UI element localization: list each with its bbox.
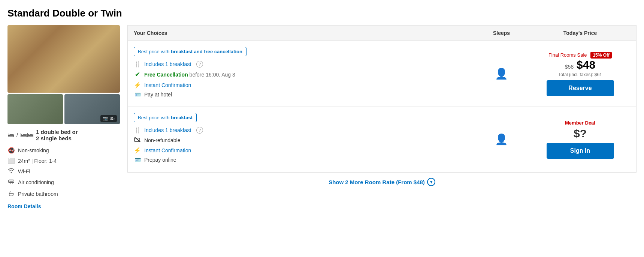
feature-wifi: Wi-Fi	[7, 166, 120, 176]
option-1-choices-cell: Best price with breakfast and free cance…	[128, 41, 479, 107]
card-icon-1: 🪪	[134, 92, 141, 98]
photo-count: 35	[110, 116, 115, 121]
show-more-row: Show 2 More Room Rate (From $48) ▾	[127, 172, 637, 191]
bed-description: 1 double bed or 2 single beds	[36, 129, 78, 141]
page-container: Standard Double or Twin 📷 35	[0, 0, 644, 217]
option-2-feature-prepay: 🪪 Prepay online	[134, 157, 473, 163]
slash-separator: /	[16, 132, 18, 138]
feature-non-smoking: 🚭 Non-smoking	[7, 145, 120, 156]
show-more-button[interactable]: Show 2 More Room Rate (From $48) ▾	[329, 178, 435, 186]
fork-icon-2: 🍴	[134, 127, 141, 134]
question-icon-2[interactable]: ?	[196, 127, 203, 134]
nonrefund-icon	[134, 137, 141, 144]
col-choices: Your Choices	[128, 26, 479, 41]
bathroom-icon	[7, 190, 15, 198]
feature-ac: Air conditioning	[7, 176, 120, 188]
lightning-icon-2: ⚡	[134, 147, 141, 154]
option-1-feature-confirm: ⚡ Instant Confirmation	[134, 81, 473, 89]
single-bed-icon: 🛏	[7, 131, 14, 139]
feature-bathroom: Private bathroom	[7, 188, 120, 200]
option-1-feature-cancel: ✔ Free Cancellation before 16:00, Aug 3	[134, 71, 473, 78]
mystery-price: $?	[530, 127, 630, 140]
bed-info: 🛏 / 🛏🛏 1 double bed or 2 single beds	[7, 129, 120, 141]
feature-size: ⬜ 24m² | Floor: 1-4	[7, 156, 120, 166]
table-row-option-1: Best price with breakfast and free cance…	[128, 41, 637, 107]
option-2-price-cell: Member Deal $? Sign In	[524, 107, 637, 172]
main-photo[interactable]	[7, 25, 120, 93]
photo-small-1[interactable]	[7, 94, 63, 124]
option-1-price-cell: Final Rooms Sale 15% Off $58 $48 Total (…	[524, 41, 637, 107]
wifi-icon	[7, 168, 15, 174]
option-2-feature-confirm: ⚡ Instant Confirmation	[134, 147, 473, 154]
right-panel: Your Choices Sleeps Today's Price Best p…	[127, 25, 637, 209]
lightning-icon-1: ⚡	[134, 81, 141, 89]
chevron-down-icon: ▾	[427, 178, 435, 186]
option-1-sleeps-cell: 👤	[479, 41, 524, 107]
photo-grid: 📷 35	[7, 25, 120, 124]
new-price-1: $48	[577, 59, 595, 71]
camera-icon: 📷	[103, 116, 108, 121]
option-1-price-row: $58 $48	[530, 59, 630, 71]
person-icon-1: 👤	[495, 68, 508, 80]
size-icon: ⬜	[7, 158, 15, 164]
option-1-feature-pay: 🪪 Pay at hotel	[134, 92, 473, 98]
member-deal-label: Member Deal	[530, 120, 630, 126]
option-2-badge: Best price with breakfast	[134, 113, 197, 122]
old-price-1: $58	[565, 64, 574, 70]
room-features-list: 🚭 Non-smoking ⬜ 24m² | Floor: 1-4	[7, 145, 120, 200]
show-more-label: Show 2 More Room Rate (From $48)	[329, 179, 425, 185]
ac-icon	[7, 178, 15, 186]
person-icon-2: 👤	[495, 134, 508, 145]
col-sleeps: Sleeps	[479, 26, 524, 41]
table-row-option-2: Best price with breakfast 🍴 Includes 1 b…	[128, 107, 637, 172]
room-layout: 📷 35 🛏 / 🛏🛏 1 double bed or 2 single bed…	[7, 25, 637, 209]
table-header-row: Your Choices Sleeps Today's Price	[128, 26, 637, 41]
col-price: Today's Price	[524, 26, 637, 41]
option-2-feature-breakfast: 🍴 Includes 1 breakfast ?	[134, 127, 473, 134]
option-1-badge: Best price with breakfast and free cance…	[134, 47, 247, 56]
fork-icon-1: 🍴	[134, 61, 141, 68]
off-badge-1: 15% Off	[590, 52, 612, 59]
check-circle-icon: ✔	[134, 71, 141, 78]
no-smoking-icon: 🚭	[7, 147, 15, 154]
option-1-feature-breakfast: 🍴 Includes 1 breakfast ?	[134, 61, 473, 68]
photo-small-2[interactable]: 📷 35	[64, 94, 120, 124]
option-2-feature-nonrefund: Non-refundable	[134, 137, 473, 144]
option-2-sleeps-cell: 👤	[479, 107, 524, 172]
option-1-sale-row: Final Rooms Sale 15% Off	[530, 52, 630, 59]
reserve-button-1[interactable]: Reserve	[547, 80, 614, 96]
double-bed-icon: 🛏🛏	[20, 131, 34, 139]
card-icon-2: 🪪	[134, 157, 141, 163]
photo-row: 📷 35	[7, 94, 120, 124]
sale-label-1: Final Rooms Sale	[548, 52, 587, 58]
left-panel: 📷 35 🛏 / 🛏🛏 1 double bed or 2 single bed…	[7, 25, 120, 209]
tax-note-1: Total (incl. taxes): $61	[530, 72, 630, 77]
sign-in-button[interactable]: Sign In	[547, 143, 614, 159]
question-icon-1[interactable]: ?	[196, 61, 203, 68]
photo-count-badge: 📷 35	[100, 115, 117, 122]
page-title: Standard Double or Twin	[7, 8, 637, 19]
option-2-choices-cell: Best price with breakfast 🍴 Includes 1 b…	[128, 107, 479, 172]
choices-table: Your Choices Sleeps Today's Price Best p…	[127, 25, 637, 172]
room-details-link[interactable]: Room Details	[7, 203, 41, 209]
